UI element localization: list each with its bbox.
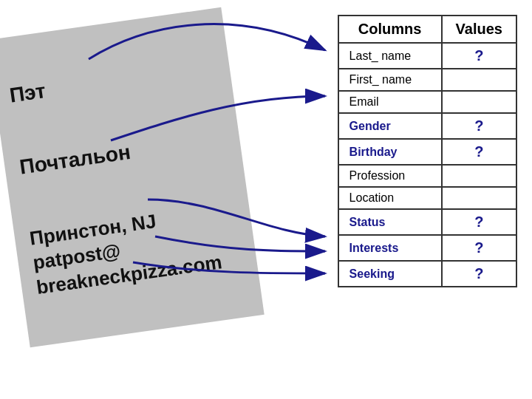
col-name-cell: Status — [338, 209, 442, 235]
col-name-cell: Profession — [338, 165, 442, 187]
table-row: Interests? — [338, 235, 516, 261]
col-name-cell: Gender — [338, 113, 442, 139]
table-row: Last_ name? — [338, 43, 516, 69]
card-line2: Почтальон — [18, 126, 226, 181]
col-value-cell: ? — [442, 209, 516, 235]
table-container: Columns Values Last_ name?First_ nameEma… — [338, 15, 517, 287]
col-value-cell — [442, 91, 516, 113]
col-value-cell: ? — [442, 235, 516, 261]
table-row: Email — [338, 91, 516, 113]
col-name-cell: First_ name — [338, 69, 442, 91]
col-name-cell: Interests — [338, 235, 442, 261]
table-row: Location — [338, 187, 516, 209]
col-value-cell: ? — [442, 139, 516, 165]
table-row: Status? — [338, 209, 516, 235]
table-row: Gender? — [338, 113, 516, 139]
col-name-cell: Birthday — [338, 139, 442, 165]
table-row: Birthday? — [338, 139, 516, 165]
mapping-table: Columns Values Last_ name?First_ nameEma… — [338, 15, 517, 287]
table-row: First_ name — [338, 69, 516, 91]
col-value-cell — [442, 165, 516, 187]
col-name-cell: Last_ name — [338, 43, 442, 69]
table-row: Seeking? — [338, 261, 516, 287]
col-value-cell: ? — [442, 113, 516, 139]
col-header-columns: Columns — [338, 16, 442, 43]
col-name-cell: Email — [338, 91, 442, 113]
col-name-cell: Seeking — [338, 261, 442, 287]
col-value-cell — [442, 69, 516, 91]
col-value-cell: ? — [442, 261, 516, 287]
col-header-values: Values — [442, 16, 516, 43]
col-name-cell: Location — [338, 187, 442, 209]
card-line3-5: Принстон, NJ patpost@ breakneckpizza.com — [28, 198, 243, 301]
col-value-cell: ? — [442, 43, 516, 69]
col-value-cell — [442, 187, 516, 209]
table-row: Profession — [338, 165, 516, 187]
profile-card: Пэт Почтальон Принстон, NJ patpost@ brea… — [0, 7, 265, 347]
card-line1: Пэт — [8, 54, 216, 109]
main-container: Пэт Почтальон Принстон, NJ patpost@ brea… — [0, 0, 532, 399]
